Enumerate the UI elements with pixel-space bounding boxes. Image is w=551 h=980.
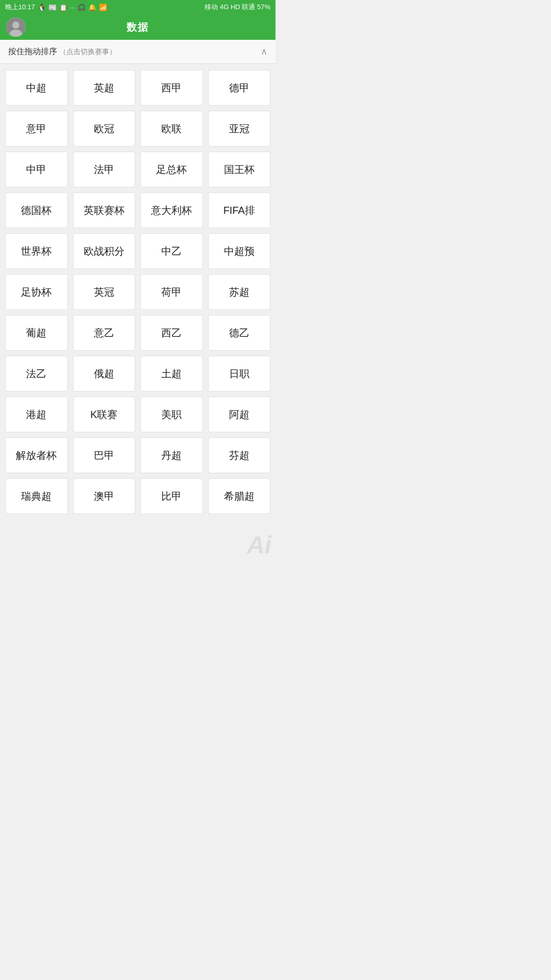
league-item[interactable]: 欧冠	[73, 111, 136, 146]
league-item[interactable]: 日职	[208, 356, 271, 391]
more-icon: ···	[70, 4, 76, 11]
sort-bar-label: 按住拖动排序 （点击切换赛事）	[8, 46, 116, 57]
league-item[interactable]: 意甲	[5, 111, 68, 146]
league-item[interactable]: 欧战积分	[73, 233, 136, 269]
league-item[interactable]: 中甲	[5, 152, 68, 187]
app-header: 数据	[0, 14, 276, 40]
league-item[interactable]: FIFA排	[208, 192, 271, 228]
league-item[interactable]: 中乙	[140, 233, 203, 269]
league-item[interactable]: 阿超	[208, 397, 271, 432]
status-right: 移动 4G HD 联通 57%	[205, 3, 270, 12]
league-item[interactable]: 澳甲	[73, 478, 136, 514]
sort-main-text: 按住拖动排序	[8, 47, 57, 56]
status-time: 晚上10:17	[5, 3, 35, 12]
headphone-icon: 🎧	[78, 4, 86, 11]
notification-icon: 🐧	[38, 4, 46, 11]
league-item[interactable]: 欧联	[140, 111, 203, 146]
wifi-icon: 📶	[99, 4, 107, 11]
league-item[interactable]: 解放者杯	[5, 437, 68, 473]
league-item[interactable]: 意乙	[73, 315, 136, 351]
bell-icon: 🔔	[88, 4, 96, 11]
league-item[interactable]: 国王杯	[208, 152, 271, 187]
league-item[interactable]: 德乙	[208, 315, 271, 351]
league-item[interactable]: 亚冠	[208, 111, 271, 146]
league-grid: 中超英超西甲德甲意甲欧冠欧联亚冠中甲法甲足总杯国王杯德国杯英联赛杯意大利杯FIF…	[5, 70, 270, 514]
carrier-info: 移动 4G HD 联通 57%	[205, 3, 270, 12]
league-item[interactable]: 瑞典超	[5, 478, 68, 514]
league-item[interactable]: 英联赛杯	[73, 192, 136, 228]
svg-point-1	[12, 21, 19, 29]
league-item[interactable]: 法乙	[5, 356, 68, 391]
league-item[interactable]: 土超	[140, 356, 203, 391]
league-item[interactable]: 世界杯	[5, 233, 68, 269]
league-item[interactable]: 西甲	[140, 70, 203, 106]
app-icon-1: 📰	[48, 4, 57, 11]
league-item[interactable]: 巴甲	[73, 437, 136, 473]
collapse-chevron[interactable]: ∧	[261, 46, 267, 57]
league-item[interactable]: 中超	[5, 70, 68, 106]
league-item[interactable]: 芬超	[208, 437, 271, 473]
page-title: 数据	[127, 20, 149, 34]
league-item[interactable]: 荷甲	[140, 274, 203, 310]
league-item[interactable]: 苏超	[208, 274, 271, 310]
league-item[interactable]: 法甲	[73, 152, 136, 187]
league-item[interactable]: 俄超	[73, 356, 136, 391]
league-item[interactable]: K联赛	[73, 397, 136, 432]
league-item[interactable]: 德甲	[208, 70, 271, 106]
league-item[interactable]: 意大利杯	[140, 192, 203, 228]
league-item[interactable]: 足协杯	[5, 274, 68, 310]
status-left: 晚上10:17 🐧 📰 📋 ··· 🎧 🔔 📶	[5, 3, 107, 12]
status-bar: 晚上10:17 🐧 📰 📋 ··· 🎧 🔔 📶 移动 4G HD 联通 57%	[0, 0, 276, 14]
league-item[interactable]: 比甲	[140, 478, 203, 514]
league-item[interactable]: 美职	[140, 397, 203, 432]
app-icon-2: 📋	[59, 4, 67, 11]
league-item[interactable]: 丹超	[140, 437, 203, 473]
league-item[interactable]: 西乙	[140, 315, 203, 351]
league-item[interactable]: 希腊超	[208, 478, 271, 514]
watermark: Ai	[247, 531, 271, 559]
sort-bar[interactable]: 按住拖动排序 （点击切换赛事） ∧	[0, 40, 276, 64]
league-item[interactable]: 中超预	[208, 233, 271, 269]
league-item[interactable]: 港超	[5, 397, 68, 432]
league-grid-area: 中超英超西甲德甲意甲欧冠欧联亚冠中甲法甲足总杯国王杯德国杯英联赛杯意大利杯FIF…	[0, 64, 276, 520]
avatar[interactable]	[6, 17, 26, 37]
league-item[interactable]: 英冠	[73, 274, 136, 310]
bottom-area: Ai	[0, 520, 276, 561]
league-item[interactable]: 英超	[73, 70, 136, 106]
sort-sub-text: （点击切换赛事）	[59, 47, 116, 56]
league-item[interactable]: 足总杯	[140, 152, 203, 187]
league-item[interactable]: 葡超	[5, 315, 68, 351]
league-item[interactable]: 德国杯	[5, 192, 68, 228]
